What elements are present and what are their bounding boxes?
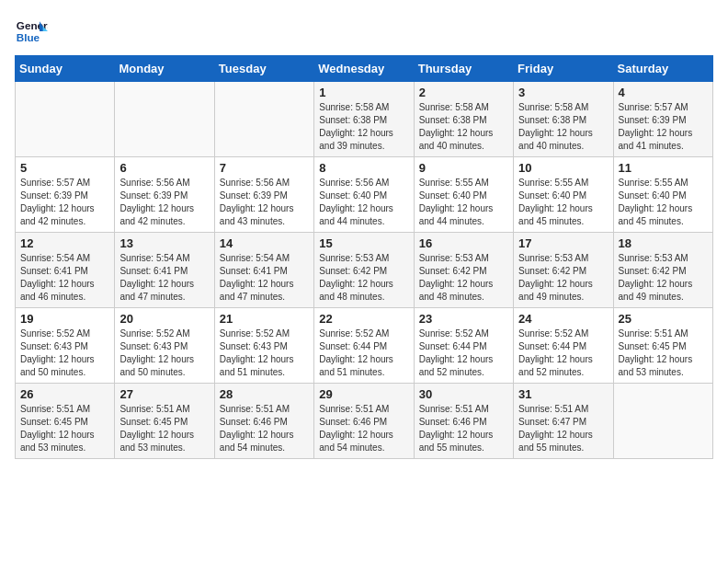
calendar-day-cell: 31Sunrise: 5:51 AM Sunset: 6:47 PM Dayli… — [514, 384, 613, 459]
calendar-day-cell — [16, 82, 115, 157]
day-number: 18 — [619, 236, 708, 250]
day-number: 25 — [619, 312, 708, 326]
day-info: Sunrise: 5:55 AM Sunset: 6:40 PM Dayligh… — [619, 177, 708, 228]
day-number: 28 — [220, 387, 309, 401]
day-info: Sunrise: 5:51 AM Sunset: 6:46 PM Dayligh… — [220, 403, 309, 454]
day-number: 17 — [518, 236, 608, 250]
day-number: 2 — [419, 86, 508, 99]
day-of-week-header: Sunday — [16, 56, 115, 82]
calendar-day-cell: 16Sunrise: 5:53 AM Sunset: 6:42 PM Dayli… — [414, 233, 513, 308]
day-info: Sunrise: 5:53 AM Sunset: 6:42 PM Dayligh… — [319, 252, 408, 304]
day-number: 19 — [20, 312, 109, 326]
calendar-day-cell: 27Sunrise: 5:51 AM Sunset: 6:45 PM Dayli… — [115, 384, 214, 459]
day-info: Sunrise: 5:56 AM Sunset: 6:39 PM Dayligh… — [220, 177, 309, 228]
day-info: Sunrise: 5:52 AM Sunset: 6:44 PM Dayligh… — [518, 327, 608, 379]
day-info: Sunrise: 5:54 AM Sunset: 6:41 PM Dayligh… — [119, 252, 209, 304]
day-info: Sunrise: 5:51 AM Sunset: 6:45 PM Dayligh… — [20, 403, 109, 454]
calendar-week-row: 1Sunrise: 5:58 AM Sunset: 6:38 PM Daylig… — [16, 82, 713, 157]
day-number: 5 — [20, 161, 109, 175]
day-info: Sunrise: 5:52 AM Sunset: 6:44 PM Dayligh… — [319, 327, 408, 379]
calendar-day-cell: 19Sunrise: 5:52 AM Sunset: 6:43 PM Dayli… — [16, 308, 115, 384]
day-number: 7 — [220, 161, 309, 175]
calendar-day-cell: 25Sunrise: 5:51 AM Sunset: 6:45 PM Dayli… — [613, 308, 712, 384]
day-info: Sunrise: 5:51 AM Sunset: 6:46 PM Dayligh… — [319, 403, 408, 454]
day-number: 11 — [619, 161, 708, 175]
calendar-day-cell: 26Sunrise: 5:51 AM Sunset: 6:45 PM Dayli… — [16, 384, 115, 459]
calendar-day-cell — [613, 384, 712, 459]
calendar-day-cell: 29Sunrise: 5:51 AM Sunset: 6:46 PM Dayli… — [314, 384, 414, 459]
day-info: Sunrise: 5:53 AM Sunset: 6:42 PM Dayligh… — [419, 252, 508, 304]
calendar-day-cell: 22Sunrise: 5:52 AM Sunset: 6:44 PM Dayli… — [314, 308, 414, 384]
day-number: 16 — [419, 236, 508, 250]
calendar-day-cell: 7Sunrise: 5:56 AM Sunset: 6:39 PM Daylig… — [214, 157, 313, 233]
calendar-header-row: SundayMondayTuesdayWednesdayThursdayFrid… — [16, 56, 713, 82]
day-number: 27 — [119, 387, 209, 401]
day-number: 26 — [20, 387, 109, 401]
day-info: Sunrise: 5:54 AM Sunset: 6:41 PM Dayligh… — [20, 252, 109, 304]
calendar-day-cell: 15Sunrise: 5:53 AM Sunset: 6:42 PM Dayli… — [314, 233, 414, 308]
calendar-table: SundayMondayTuesdayWednesdayThursdayFrid… — [15, 55, 713, 459]
day-number: 23 — [419, 312, 508, 326]
day-number: 29 — [319, 387, 408, 401]
logo-icon: General Blue — [15, 15, 48, 48]
day-info: Sunrise: 5:51 AM Sunset: 6:47 PM Dayligh… — [518, 403, 608, 454]
day-info: Sunrise: 5:56 AM Sunset: 6:39 PM Dayligh… — [119, 177, 209, 228]
calendar-day-cell: 10Sunrise: 5:55 AM Sunset: 6:40 PM Dayli… — [514, 157, 613, 233]
calendar-day-cell: 17Sunrise: 5:53 AM Sunset: 6:42 PM Dayli… — [514, 233, 613, 308]
calendar-week-row: 12Sunrise: 5:54 AM Sunset: 6:41 PM Dayli… — [16, 233, 713, 308]
day-number: 20 — [119, 312, 209, 326]
calendar-day-cell: 21Sunrise: 5:52 AM Sunset: 6:43 PM Dayli… — [214, 308, 313, 384]
day-of-week-header: Thursday — [414, 56, 513, 82]
calendar-day-cell — [214, 82, 313, 157]
day-info: Sunrise: 5:55 AM Sunset: 6:40 PM Dayligh… — [518, 177, 608, 228]
calendar-day-cell: 12Sunrise: 5:54 AM Sunset: 6:41 PM Dayli… — [16, 233, 115, 308]
calendar-day-cell: 30Sunrise: 5:51 AM Sunset: 6:46 PM Dayli… — [414, 384, 513, 459]
calendar-day-cell: 3Sunrise: 5:58 AM Sunset: 6:38 PM Daylig… — [514, 82, 613, 157]
calendar-day-cell: 23Sunrise: 5:52 AM Sunset: 6:44 PM Dayli… — [414, 308, 513, 384]
calendar-day-cell: 4Sunrise: 5:57 AM Sunset: 6:39 PM Daylig… — [613, 82, 712, 157]
svg-text:Blue: Blue — [17, 31, 40, 43]
calendar-day-cell: 6Sunrise: 5:56 AM Sunset: 6:39 PM Daylig… — [115, 157, 214, 233]
day-info: Sunrise: 5:51 AM Sunset: 6:45 PM Dayligh… — [119, 403, 209, 454]
day-number: 31 — [518, 387, 608, 401]
calendar-day-cell: 24Sunrise: 5:52 AM Sunset: 6:44 PM Dayli… — [514, 308, 613, 384]
day-of-week-header: Saturday — [613, 56, 712, 82]
day-info: Sunrise: 5:54 AM Sunset: 6:41 PM Dayligh… — [220, 252, 309, 304]
day-info: Sunrise: 5:58 AM Sunset: 6:38 PM Dayligh… — [319, 101, 408, 153]
day-info: Sunrise: 5:52 AM Sunset: 6:43 PM Dayligh… — [119, 327, 209, 379]
day-number: 15 — [319, 236, 408, 250]
page-header: General Blue — [15, 15, 713, 48]
day-of-week-header: Monday — [115, 56, 214, 82]
day-info: Sunrise: 5:52 AM Sunset: 6:43 PM Dayligh… — [220, 327, 309, 379]
calendar-day-cell: 5Sunrise: 5:57 AM Sunset: 6:39 PM Daylig… — [16, 157, 115, 233]
day-of-week-header: Tuesday — [214, 56, 313, 82]
day-number: 1 — [319, 86, 408, 99]
day-number: 6 — [119, 161, 209, 175]
calendar-day-cell: 28Sunrise: 5:51 AM Sunset: 6:46 PM Dayli… — [214, 384, 313, 459]
calendar-day-cell: 18Sunrise: 5:53 AM Sunset: 6:42 PM Dayli… — [613, 233, 712, 308]
day-info: Sunrise: 5:51 AM Sunset: 6:45 PM Dayligh… — [619, 327, 708, 379]
day-number: 13 — [119, 236, 209, 250]
calendar-day-cell: 14Sunrise: 5:54 AM Sunset: 6:41 PM Dayli… — [214, 233, 313, 308]
day-number: 10 — [518, 161, 608, 175]
calendar-day-cell: 9Sunrise: 5:55 AM Sunset: 6:40 PM Daylig… — [414, 157, 513, 233]
day-of-week-header: Friday — [514, 56, 613, 82]
day-info: Sunrise: 5:55 AM Sunset: 6:40 PM Dayligh… — [419, 177, 508, 228]
day-number: 3 — [518, 86, 608, 99]
day-info: Sunrise: 5:52 AM Sunset: 6:43 PM Dayligh… — [20, 327, 109, 379]
day-info: Sunrise: 5:58 AM Sunset: 6:38 PM Dayligh… — [419, 101, 508, 153]
calendar-day-cell — [115, 82, 214, 157]
day-info: Sunrise: 5:56 AM Sunset: 6:40 PM Dayligh… — [319, 177, 408, 228]
day-number: 14 — [220, 236, 309, 250]
day-number: 8 — [319, 161, 408, 175]
day-info: Sunrise: 5:58 AM Sunset: 6:38 PM Dayligh… — [518, 101, 608, 153]
calendar-week-row: 5Sunrise: 5:57 AM Sunset: 6:39 PM Daylig… — [16, 157, 713, 233]
day-number: 22 — [319, 312, 408, 326]
day-info: Sunrise: 5:53 AM Sunset: 6:42 PM Dayligh… — [619, 252, 708, 304]
logo: General Blue — [15, 15, 48, 48]
calendar-week-row: 19Sunrise: 5:52 AM Sunset: 6:43 PM Dayli… — [16, 308, 713, 384]
calendar-day-cell: 1Sunrise: 5:58 AM Sunset: 6:38 PM Daylig… — [314, 82, 414, 157]
calendar-day-cell: 2Sunrise: 5:58 AM Sunset: 6:38 PM Daylig… — [414, 82, 513, 157]
day-info: Sunrise: 5:51 AM Sunset: 6:46 PM Dayligh… — [419, 403, 508, 454]
day-info: Sunrise: 5:57 AM Sunset: 6:39 PM Dayligh… — [20, 177, 109, 228]
